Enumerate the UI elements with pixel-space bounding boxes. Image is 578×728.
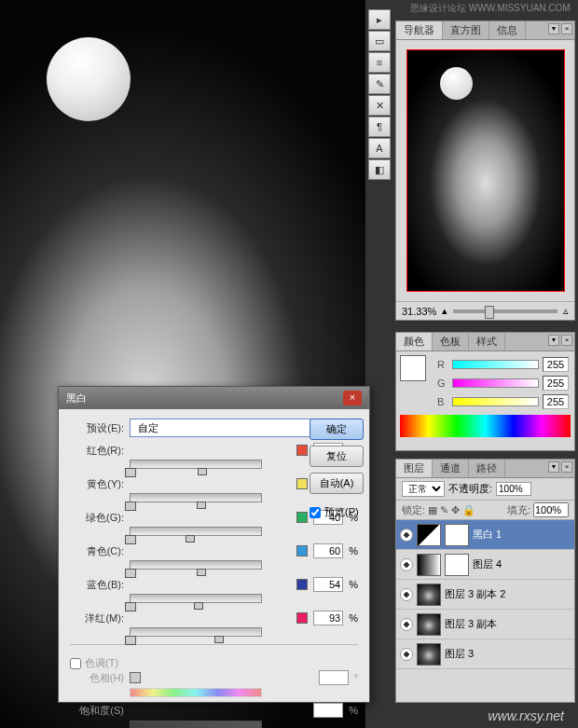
- zoom-out-icon[interactable]: ▴: [442, 305, 447, 317]
- channel-label: 青色(C):: [70, 544, 124, 558]
- tab-channels[interactable]: 通道: [433, 460, 469, 477]
- tool-btn-5[interactable]: ✕: [368, 95, 391, 116]
- tab-histogram[interactable]: 直方图: [443, 21, 489, 39]
- tab-layers[interactable]: 图层: [396, 460, 433, 477]
- close-icon[interactable]: ×: [343, 391, 362, 405]
- tab-info[interactable]: 信息: [489, 21, 526, 39]
- g-slider[interactable]: [452, 378, 539, 388]
- panel-close-icon[interactable]: ×: [561, 23, 572, 34]
- watermark-bottom: www.rxsy.net: [489, 708, 564, 723]
- fill-input[interactable]: [533, 502, 569, 517]
- hue-slider: [130, 688, 262, 697]
- layer-thumb: [417, 554, 441, 576]
- tab-styles[interactable]: 样式: [469, 333, 505, 350]
- lock-all-icon[interactable]: 🔒: [462, 504, 475, 516]
- layer-name: 图层 3 副本 2: [445, 587, 571, 601]
- tint-checkbox[interactable]: [70, 658, 81, 669]
- channel-slider[interactable]: [130, 560, 262, 570]
- fill-label: 填充:: [507, 503, 530, 517]
- layer-name: 图层 3 副本: [445, 617, 571, 631]
- lock-trans-icon[interactable]: ▦: [428, 504, 437, 516]
- preview-label: 预览(P): [324, 505, 359, 519]
- tab-navigator[interactable]: 导航器: [396, 21, 443, 39]
- navigator-preview[interactable]: [406, 49, 565, 292]
- channel-swatch: [296, 478, 308, 489]
- layer-thumb: [417, 584, 441, 606]
- dialog-title: 黑白: [66, 391, 87, 405]
- panel-menu-icon[interactable]: ▾: [548, 23, 559, 34]
- layer-row[interactable]: 图层 3 副本: [396, 610, 574, 639]
- color-panel: ▾× 颜色 色板 样式 R G B: [395, 332, 575, 451]
- g-value[interactable]: [543, 376, 569, 391]
- preview-checkbox[interactable]: [310, 507, 321, 518]
- navigator-panel: ▾× 导航器 直方图 信息 31.33% ▴ ▵: [395, 21, 575, 321]
- tool-btn-6[interactable]: ¶: [368, 117, 391, 137]
- channel-slider[interactable]: [130, 493, 262, 502]
- lock-move-icon[interactable]: ✥: [451, 504, 460, 516]
- ok-button[interactable]: 确定: [310, 419, 364, 440]
- tab-color[interactable]: 颜色: [396, 333, 433, 350]
- tab-swatches[interactable]: 色板: [433, 333, 469, 350]
- tool-btn-1[interactable]: ▸: [368, 9, 391, 30]
- layer-name: 黑白 1: [473, 528, 571, 542]
- channel-label: 蓝色(B):: [70, 578, 124, 592]
- visibility-icon[interactable]: [400, 648, 413, 661]
- tool-btn-4[interactable]: ✎: [368, 74, 391, 94]
- tool-btn-8[interactable]: ◧: [368, 159, 391, 180]
- lock-label: 锁定:: [402, 503, 425, 517]
- zoom-value: 31.33%: [402, 306, 436, 317]
- layer-row[interactable]: 图层 4: [396, 550, 574, 580]
- reset-button[interactable]: 复位: [310, 446, 364, 467]
- channel-slider[interactable]: [130, 594, 262, 603]
- color-spectrum[interactable]: [400, 415, 571, 437]
- zoom-in-icon[interactable]: ▵: [563, 305, 569, 317]
- layers-panel: ▾× 图层 通道 路径 正常 不透明度: 锁定: ▦ ✎ ✥ 🔒 填充: 黑白 …: [395, 459, 575, 703]
- sat-slider: [130, 721, 262, 728]
- tool-btn-7[interactable]: A: [368, 138, 391, 158]
- panel-menu-icon[interactable]: ▾: [548, 335, 559, 346]
- hue-label: 色相(H): [70, 671, 124, 685]
- zoom-slider[interactable]: [453, 309, 557, 313]
- preset-label: 预设(E):: [70, 421, 124, 435]
- lock-pixels-icon[interactable]: ✎: [440, 504, 448, 516]
- channel-slider[interactable]: [130, 527, 262, 536]
- visibility-icon[interactable]: [400, 529, 413, 542]
- visibility-icon[interactable]: [400, 618, 413, 631]
- tab-paths[interactable]: 路径: [469, 460, 505, 477]
- layer-thumb: [417, 524, 441, 546]
- b-label: B: [437, 396, 448, 407]
- black-white-dialog: 黑白 × 预设(E): 自定 ▤ 红色(R): % 黄色(Y): % 绿色(G)…: [58, 386, 370, 703]
- visibility-icon[interactable]: [400, 558, 413, 571]
- mask-thumb: [445, 524, 469, 546]
- channel-value[interactable]: [313, 611, 343, 625]
- tool-btn-2[interactable]: ▭: [368, 31, 391, 51]
- panel-menu-icon[interactable]: ▾: [548, 461, 559, 473]
- sat-label: 饱和度(S): [70, 704, 124, 718]
- channel-swatch: [296, 612, 308, 624]
- channel-value[interactable]: [313, 543, 343, 558]
- b-slider[interactable]: [452, 397, 539, 406]
- layer-row[interactable]: 图层 3: [396, 639, 574, 669]
- watermark-top: 思缘设计论坛 WWW.MISSYUAN.COM: [410, 2, 571, 15]
- panel-close-icon[interactable]: ×: [561, 335, 572, 346]
- opacity-input[interactable]: [496, 482, 531, 496]
- channel-slider[interactable]: [130, 627, 262, 637]
- r-value[interactable]: [543, 357, 569, 372]
- r-slider[interactable]: [452, 360, 539, 369]
- tool-btn-3[interactable]: ≡: [368, 52, 391, 73]
- layer-row[interactable]: 图层 3 副本 2: [396, 580, 574, 610]
- b-value[interactable]: [543, 394, 569, 409]
- channel-label: 红色(R):: [70, 444, 124, 458]
- channel-value[interactable]: [313, 577, 343, 592]
- layer-row[interactable]: 黑白 1: [396, 520, 574, 550]
- panel-close-icon[interactable]: ×: [561, 461, 572, 473]
- channel-swatch: [296, 445, 308, 456]
- foreground-swatch[interactable]: [400, 355, 426, 381]
- blend-mode-select[interactable]: 正常: [402, 481, 445, 497]
- channel-label: 绿色(G):: [70, 511, 124, 525]
- channel-swatch: [296, 545, 308, 556]
- visibility-icon[interactable]: [400, 588, 413, 601]
- channel-slider[interactable]: [130, 460, 262, 469]
- channel-swatch: [296, 512, 308, 523]
- auto-button[interactable]: 自动(A): [310, 473, 364, 494]
